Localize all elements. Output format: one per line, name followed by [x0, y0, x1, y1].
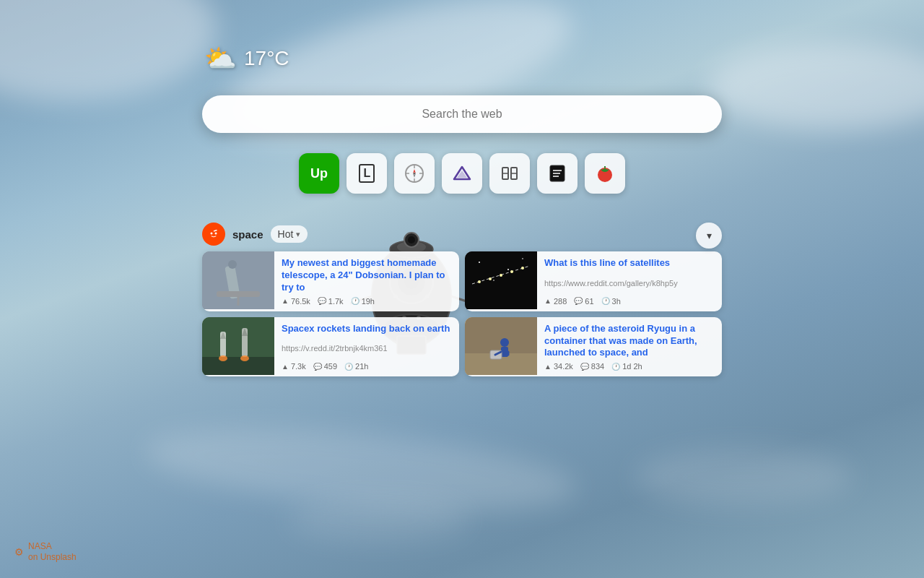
svg-point-50 — [522, 258, 523, 259]
photo-credit: ⚙ NASA on Unsplash — [14, 541, 77, 564]
reddit-alien-icon — [206, 227, 221, 241]
comment-stat-1: 💬 1.7k — [318, 297, 344, 306]
feed-grid: My newest and biggest homemade telescope… — [202, 251, 722, 376]
tableplus-icon — [500, 163, 520, 184]
upvote-icon-2: ▲ — [544, 297, 552, 305]
weather-icon: ⛅ — [204, 43, 237, 74]
svg-rect-46 — [202, 251, 274, 309]
svg-point-68 — [500, 338, 509, 347]
card-thumbnail-3 — [202, 317, 274, 375]
chevron-down-icon: ▾ — [296, 230, 300, 239]
bookmark-notion[interactable] — [537, 153, 578, 194]
credit-text: NASA on Unsplash — [28, 541, 77, 564]
feed-collapse-button[interactable]: ▾ — [696, 223, 722, 249]
card-stats-3: ▲ 7.3k 💬 459 🕐 21h — [282, 362, 452, 371]
card-title-1: My newest and biggest homemade telescope… — [282, 257, 452, 294]
bookmarks-row: Up L — [299, 153, 625, 194]
svg-point-38 — [215, 233, 217, 235]
bookmark-vectary[interactable] — [442, 153, 482, 194]
time-icon-4: 🕐 — [611, 363, 620, 371]
bookmark-safari[interactable] — [394, 153, 435, 194]
svg-point-48 — [479, 262, 480, 263]
svg-point-64 — [219, 355, 227, 361]
svg-rect-47 — [465, 251, 537, 309]
time-2: 3h — [612, 297, 621, 306]
time-1: 19h — [362, 297, 375, 306]
search-input[interactable] — [222, 108, 702, 121]
search-bar[interactable] — [202, 95, 722, 133]
card-title-3: Spacex rockets landing back on earth — [282, 323, 452, 335]
time-stat-2: 🕐 3h — [601, 297, 621, 306]
settings-icon[interactable]: ⚙ — [14, 546, 24, 558]
notion-icon — [547, 163, 567, 184]
feed-card-3[interactable]: Spacex rockets landing back on earth htt… — [202, 317, 459, 377]
main-content: ⛅ 17°C Up L — [0, 0, 924, 376]
card-title-2: What is this line of satellites — [544, 257, 715, 269]
comment-stat-3: 💬 459 — [313, 362, 337, 371]
card-content-1: My newest and biggest homemade telescope… — [282, 251, 459, 311]
weather-widget: ⛅ 17°C — [204, 43, 289, 74]
comment-count-2: 61 — [585, 297, 593, 306]
filter-label: Hot — [278, 228, 294, 240]
upvote-icon-3: ▲ — [282, 363, 289, 371]
compass-icon — [404, 163, 424, 184]
upvote-count-3: 7.3k — [291, 362, 306, 371]
comment-icon-3: 💬 — [313, 363, 322, 371]
card-content-3: Spacex rockets landing back on earth htt… — [282, 317, 459, 377]
bookmark-tableplus[interactable] — [489, 153, 530, 194]
upvote-stat-1: ▲ 76.5k — [282, 297, 310, 306]
spacex-thumbnail-image — [202, 317, 274, 375]
card-stats-4: ▲ 34.2k 💬 834 🕐 1d 2h — [544, 362, 715, 371]
card-thumbnail-1 — [202, 251, 274, 309]
reddit-logo[interactable] — [202, 223, 225, 246]
tomato-icon — [595, 163, 615, 184]
bookmark-tomato[interactable] — [585, 153, 625, 194]
vectary-icon — [452, 163, 472, 184]
card-thumbnail-4 — [465, 317, 537, 375]
upvote-stat-2: ▲ 288 — [544, 297, 567, 306]
credit-author: NASA — [28, 541, 77, 553]
card-title-4: A piece of the asteroid Ryugu in a conta… — [544, 323, 715, 360]
time-icon-2: 🕐 — [601, 297, 610, 305]
upvote-stat-4: ▲ 34.2k — [544, 362, 573, 371]
time-stat-1: 🕐 19h — [351, 297, 375, 306]
svg-point-55 — [500, 274, 502, 277]
card-url-2: https://www.reddit.com/gallery/k8hp5y — [544, 279, 715, 288]
comment-count-3: 459 — [324, 362, 337, 371]
bookmark-linkedin[interactable]: L — [346, 153, 387, 194]
card-content-4: A piece of the asteroid Ryugu in a conta… — [544, 317, 722, 377]
feed-card-2[interactable]: What is this line of satellites https://… — [465, 251, 722, 311]
linkedin-icon: L — [359, 164, 375, 183]
time-3: 21h — [355, 362, 368, 371]
credit-platform: on Unsplash — [28, 552, 77, 564]
feed-card-1[interactable]: My newest and biggest homemade telescope… — [202, 251, 459, 311]
feed-filter-button[interactable]: Hot ▾ — [271, 225, 308, 243]
upvote-stat-3: ▲ 7.3k — [282, 362, 306, 371]
card-content-2: What is this line of satellites https://… — [544, 251, 722, 311]
svg-point-51 — [493, 280, 494, 281]
comment-icon-1: 💬 — [318, 297, 326, 305]
svg-point-53 — [478, 280, 481, 283]
bookmark-upwork[interactable]: Up — [299, 153, 339, 194]
telescope-thumbnail-image — [202, 251, 274, 309]
asteroid-thumbnail-image — [465, 317, 537, 375]
collapse-chevron-icon: ▾ — [707, 230, 712, 241]
comment-count-4: 834 — [591, 362, 604, 371]
comment-stat-4: 💬 834 — [580, 362, 604, 371]
comment-count-1: 1.7k — [328, 297, 344, 306]
search-container — [202, 95, 722, 133]
upvote-count-1: 76.5k — [291, 297, 310, 306]
upwork-icon: Up — [310, 166, 328, 181]
satellites-thumbnail-image — [465, 251, 537, 309]
subreddit-label: space — [232, 228, 263, 241]
card-thumbnail-2 — [465, 251, 537, 309]
time-icon-3: 🕐 — [344, 363, 353, 371]
upvote-count-2: 288 — [554, 297, 567, 306]
card-url-3: https://v.redd.it/2trbnjk4km361 — [282, 344, 452, 353]
time-stat-3: 🕐 21h — [344, 362, 368, 371]
svg-point-49 — [507, 269, 509, 270]
time-stat-4: 🕐 1d 2h — [611, 362, 642, 371]
feed-card-4[interactable]: A piece of the asteroid Ryugu in a conta… — [465, 317, 722, 377]
comment-icon-4: 💬 — [580, 363, 589, 371]
upvote-icon-1: ▲ — [282, 297, 289, 305]
